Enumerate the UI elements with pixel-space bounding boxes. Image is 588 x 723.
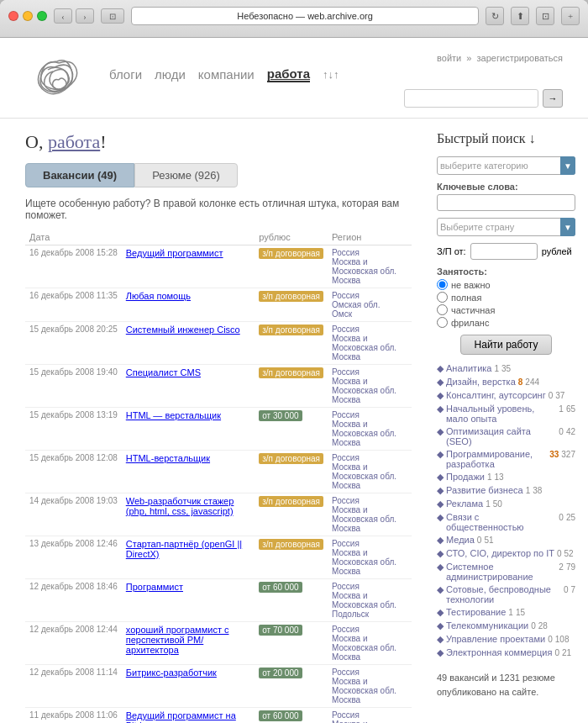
job-title-link[interactable]: Любая помощь xyxy=(126,291,191,301)
employment-radio-1[interactable] xyxy=(437,292,448,303)
category-link[interactable]: СТО, СIO, директор по IT xyxy=(446,548,554,558)
nav-people[interactable]: люди xyxy=(155,67,186,82)
category-link[interactable]: Реклама xyxy=(446,499,483,509)
job-title-link[interactable]: хороший программист с перспективой PM/ар… xyxy=(126,625,229,655)
job-title-link[interactable]: Ведущий программист на Bitrix xyxy=(126,710,236,723)
category-link[interactable]: Телекоммуникации xyxy=(446,620,528,631)
job-title-link[interactable]: Стартап-партнёр (openGI || DirectX) xyxy=(126,539,242,559)
region-link[interactable]: Россия xyxy=(332,625,360,634)
region-link[interactable]: Россия xyxy=(332,248,360,257)
category-link[interactable]: Медиа xyxy=(446,535,475,545)
tab-resumes[interactable]: Резюме (926) xyxy=(134,163,238,187)
table-row: 14 декабрь 2008 19:03Web-разработчик ста… xyxy=(25,493,412,536)
region-link[interactable]: Россия xyxy=(332,410,360,420)
region-link[interactable]: Москва и Московская обл. xyxy=(332,377,396,395)
region-link[interactable]: Москва и Московская обл. xyxy=(332,591,396,610)
category-link[interactable]: Начальный уровень, мало опыта xyxy=(446,404,556,424)
job-title-link[interactable]: Web-разработчик стажер (php, html, css, … xyxy=(126,496,234,516)
tab-button[interactable]: ⊡ xyxy=(101,8,124,24)
category-link[interactable]: Оптимизация сайта (SEO) xyxy=(446,426,556,446)
category-link[interactable]: Аналитика xyxy=(446,363,491,373)
category-link[interactable]: Программирование, разработка xyxy=(446,449,547,469)
region-link[interactable]: Россия xyxy=(332,582,360,591)
region-link[interactable]: Москва xyxy=(332,567,360,576)
region-link[interactable]: Москва xyxy=(332,438,360,447)
header-search-input[interactable] xyxy=(404,89,538,108)
search-submit-button[interactable]: Найти работу xyxy=(460,335,553,355)
region-link[interactable]: Россия xyxy=(332,367,360,377)
job-title-link[interactable]: Программист xyxy=(126,582,183,592)
category-link[interactable]: Дизайн, верстка xyxy=(446,377,516,387)
category-select[interactable]: выберите категорию xyxy=(437,156,575,175)
page-title-link[interactable]: работа xyxy=(48,131,100,152)
keywords-input[interactable] xyxy=(437,194,575,211)
nav-jobs[interactable]: работа xyxy=(267,66,310,82)
region-link[interactable]: Москва и Московская обл. xyxy=(332,462,396,481)
region-link[interactable]: Москва и Московская обл. xyxy=(332,420,396,438)
category-link[interactable]: Связи с общественностью xyxy=(446,512,556,532)
refresh-button[interactable]: ↻ xyxy=(486,7,504,25)
close-button[interactable] xyxy=(8,11,18,21)
region-link[interactable]: Омская обл. xyxy=(332,300,380,309)
region-link[interactable]: Москва и Московская обл. xyxy=(332,548,396,567)
employment-radio-3[interactable] xyxy=(437,317,448,328)
register-link[interactable]: зарегистрироваться xyxy=(477,53,563,63)
region-link[interactable]: Москва xyxy=(332,652,360,662)
new-tab-button[interactable]: + xyxy=(561,7,580,25)
region-link[interactable]: Россия xyxy=(332,710,360,720)
country-select[interactable]: Выберите страну xyxy=(437,218,575,236)
region-link[interactable]: Москва и Московская обл. xyxy=(332,720,396,723)
region-link[interactable]: Россия xyxy=(332,453,360,462)
region-link[interactable]: Омск xyxy=(332,309,352,319)
region-link[interactable]: Москва и Московская обл. xyxy=(332,334,396,352)
nav-blogs[interactable]: блоги xyxy=(109,67,142,82)
address-bar[interactable]: Небезопасно — web.archive.org xyxy=(131,7,479,25)
category-link[interactable]: Развитие бизнеса xyxy=(446,485,523,495)
category-link[interactable]: Сотовые, беспроводные технологии xyxy=(446,584,561,604)
salary-badge: з/п договорная xyxy=(259,248,323,259)
region-link[interactable]: Москва и Московская обл. xyxy=(332,505,396,524)
region-link[interactable]: Москва xyxy=(332,524,360,533)
category-link[interactable]: Продажи xyxy=(446,472,485,482)
category-link[interactable]: Системное администрирование xyxy=(446,562,556,582)
login-link[interactable]: войти xyxy=(437,53,461,63)
region-link[interactable]: Россия xyxy=(332,496,360,505)
forward-button[interactable]: › xyxy=(76,8,94,24)
salary-input[interactable] xyxy=(470,243,538,260)
nav-companies[interactable]: компании xyxy=(198,67,255,82)
region-link[interactable]: Подольск xyxy=(332,610,369,619)
job-title-link[interactable]: Битрикс-разработчик xyxy=(126,668,217,678)
region-link[interactable]: Москва xyxy=(332,695,360,705)
bullet-icon: ◆ xyxy=(437,426,444,437)
region-link[interactable]: Москва и Московская обл. xyxy=(332,257,396,276)
region-link[interactable]: Россия xyxy=(332,325,360,334)
category-link[interactable]: Тестирование xyxy=(446,607,506,617)
share-button[interactable]: ⬆ xyxy=(511,7,529,25)
fullscreen-button[interactable] xyxy=(37,11,47,21)
job-title-link[interactable]: Специалист CMS xyxy=(126,367,201,377)
bookmark-button[interactable]: ⊡ xyxy=(536,7,554,25)
category-link[interactable]: Управление проектами xyxy=(446,634,545,644)
tab-vacancies[interactable]: Вакансии (49) xyxy=(25,163,134,187)
job-title-link[interactable]: HTML — верстальщик xyxy=(126,410,221,420)
region-link[interactable]: Москва xyxy=(332,481,360,490)
category-link[interactable]: Электронная коммерция xyxy=(446,647,552,657)
region-link[interactable]: Москва и Московская обл. xyxy=(332,677,396,695)
region-link[interactable]: Москва и Московская обл. xyxy=(332,634,396,652)
header-search-button[interactable]: → xyxy=(543,89,563,108)
region-link[interactable]: Россия xyxy=(332,668,360,677)
region-link[interactable]: Россия xyxy=(332,539,360,548)
employment-radio-0[interactable] xyxy=(437,279,448,290)
region-link[interactable]: Москва xyxy=(332,276,360,285)
region-link[interactable]: Москва xyxy=(332,352,360,362)
job-title-link[interactable]: Системный инженер Cisco xyxy=(126,325,240,335)
region-link[interactable]: Россия xyxy=(332,291,360,300)
region-link[interactable]: Москва xyxy=(332,395,360,404)
job-title-link[interactable]: HTML-верстальщик xyxy=(126,453,210,463)
job-title-link[interactable]: Ведущий программист xyxy=(126,248,223,258)
category-link[interactable]: Консалтинг, аутсорсинг xyxy=(446,390,546,400)
employment-radio-2[interactable] xyxy=(437,304,448,315)
nav-sort-arrows[interactable]: ↑↓↑ xyxy=(323,68,339,81)
back-button[interactable]: ‹ xyxy=(54,8,72,24)
minimize-button[interactable] xyxy=(23,11,33,21)
